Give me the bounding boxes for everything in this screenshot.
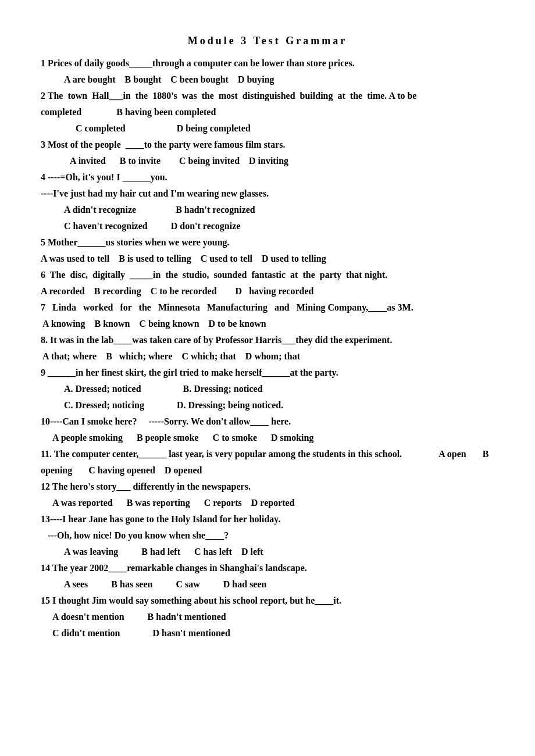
options-1: A are bought B bought C been bought D bu… (41, 72, 494, 88)
options-3: A invited B to invite C being invited D … (41, 153, 494, 169)
options-4a: A didn't recognize B hadn't recognized (41, 202, 494, 218)
question-9: 9 ______in her finest skirt, the girl tr… (41, 365, 494, 381)
question-12: 12 The hero's story___ differently in th… (41, 479, 494, 495)
options-8: A that; where B which; where C which; th… (41, 348, 494, 365)
options-14: A sees B has seen C saw D had seen (41, 576, 494, 593)
question-8: 8. It was in the lab____was taken care o… (41, 332, 494, 348)
question-6: 6 The disc, digitally _____in the studio… (41, 267, 494, 283)
question-5: 5 Mother______us stories when we were yo… (41, 234, 494, 251)
options-15a: A doesn't mention B hadn't mentioned (41, 609, 494, 625)
options-9a: A. Dressed; noticed B. Dressing; noticed (41, 381, 494, 397)
question-13a: 13----I hear Jane has gone to the Holy I… (41, 511, 494, 527)
options-2b: C completed D being completed (41, 120, 494, 137)
options-9b: C. Dressed; noticing D. Dressing; being … (41, 397, 494, 413)
question-7: 7 Linda worked for the Minnesota Manufac… (41, 299, 494, 316)
question-10: 10----Can I smoke here? -----Sorry. We d… (41, 413, 494, 430)
question-3: 3 Most of the people ____to the party we… (41, 137, 494, 153)
options-6: A recorded B recording C to be recorded … (41, 283, 494, 299)
options-15b: C didn't mention D hasn't mentioned (41, 625, 494, 641)
question-14: 14 The year 2002____remarkable changes i… (41, 560, 494, 576)
question-11: 11. The computer center,______ last year… (41, 446, 494, 479)
question-13b: ---Oh, how nice! Do you know when she___… (41, 527, 494, 544)
page-title: Module 3 Test Grammar (41, 35, 494, 47)
options-10: A people smoking B people smoke C to smo… (41, 430, 494, 446)
options-13: A was leaving B had left C has left D le… (41, 544, 494, 560)
question-1: 1 Prices of daily goods_____through a co… (41, 55, 494, 72)
question-2: 2 The town Hall___in the 1880's was the … (41, 88, 494, 120)
question-4a: 4 ----=Oh, it's you! I ______you. (41, 169, 494, 186)
question-15: 15 I thought Jim would say something abo… (41, 593, 494, 609)
options-5: A was used to tell B is used to telling … (41, 251, 494, 267)
options-4b: C haven't recognized D don't recognize (41, 218, 494, 234)
question-4b: ----I've just had my hair cut and I'm we… (41, 186, 494, 202)
questions-container: 1 Prices of daily goods_____through a co… (41, 55, 494, 641)
options-12: A was reported B was reporting C reports… (41, 495, 494, 511)
options-7: A knowing B known C being known D to be … (41, 316, 494, 332)
